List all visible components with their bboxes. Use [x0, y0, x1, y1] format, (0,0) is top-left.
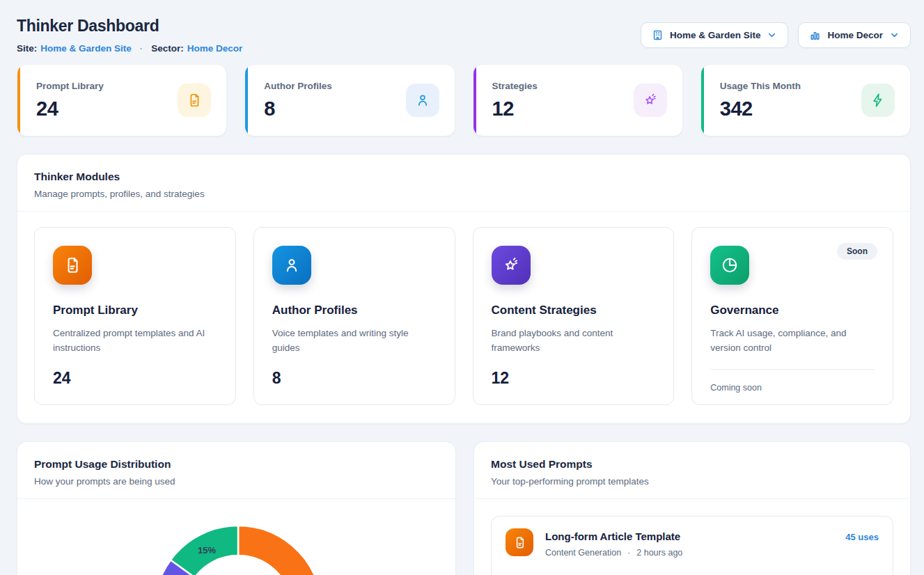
list-item[interactable]: Long-form Article Template Content Gener… [491, 516, 893, 575]
soon-badge: Soon [837, 243, 877, 260]
sector-selector-label: Home Decor [827, 30, 883, 40]
module-title: Content Strategies [492, 304, 656, 317]
stat-card-prompt-library: Prompt Library 24 [17, 64, 227, 136]
module-count: 12 [492, 369, 656, 388]
module-description: Brand playbooks and content frameworks [492, 326, 656, 356]
stat-text: Author Profiles 8 [264, 81, 332, 120]
module-description: Track AI usage, compliance, and version … [710, 326, 875, 356]
prompts-panel-subtitle: Your top-performing prompt templates [491, 476, 893, 487]
module-count: 8 [272, 369, 437, 388]
stat-value: 8 [264, 97, 332, 120]
stats-row: Prompt Library 24 Author Profiles 8 Stra… [17, 64, 911, 136]
sector-selector-button[interactable]: Home Decor [798, 22, 911, 48]
page-title: Thinker Dashboard [17, 17, 242, 36]
star-sparkle-icon [634, 84, 667, 117]
site-link[interactable]: Home & Garden Site [40, 43, 132, 54]
stat-value: 342 [720, 97, 801, 120]
module-description: Centralized prompt templates and AI inst… [53, 326, 217, 356]
stat-label: Author Profiles [264, 81, 332, 91]
donut-slice-orange[interactable] [238, 526, 322, 575]
module-card-governance[interactable]: Soon Governance Track AI usage, complian… [691, 227, 893, 405]
sector-label: Sector: [151, 43, 184, 54]
stat-value: 24 [36, 97, 104, 120]
prompt-list: Long-form Article Template Content Gener… [474, 499, 910, 575]
donut-chart-svg: 15% [17, 499, 455, 575]
dashboard-screen: Thinker Dashboard Site: Home & Garden Si… [0, 0, 924, 575]
usage-distribution-panel: Prompt Usage Distribution How your promp… [17, 441, 456, 575]
page-header: Thinker Dashboard Site: Home & Garden Si… [17, 17, 911, 54]
module-title: Author Profiles [272, 304, 437, 317]
prompt-item-meta: Content Generation · 2 hours ago [545, 548, 682, 558]
document-icon [53, 246, 92, 285]
donut-slice-label: 15% [198, 545, 216, 556]
user-icon [272, 246, 311, 285]
divider [710, 369, 875, 370]
bar-chart-icon [809, 29, 821, 41]
header-left: Thinker Dashboard Site: Home & Garden Si… [17, 17, 242, 54]
stat-text: Usage This Month 342 [720, 81, 801, 120]
stat-label: Strategies [492, 81, 538, 91]
stat-text: Prompt Library 24 [36, 81, 104, 120]
dot-separator: · [627, 548, 630, 558]
modules-grid: Prompt Library Centralized prompt templa… [17, 212, 910, 423]
stat-text: Strategies 12 [492, 81, 538, 120]
prompt-item-text: Long-form Article Template Content Gener… [545, 528, 682, 575]
building-icon [652, 29, 664, 41]
most-used-prompts-panel: Most Used Prompts Your top-performing pr… [473, 441, 911, 575]
prompt-item-title: Long-form Article Template [545, 530, 682, 542]
bottom-row: Prompt Usage Distribution How your promp… [17, 441, 911, 575]
document-icon [506, 528, 533, 556]
donut-chart: 15% [17, 499, 455, 575]
stat-card-author-profiles: Author Profiles 8 [244, 64, 455, 136]
usage-panel-title: Prompt Usage Distribution [34, 458, 439, 471]
module-card-prompt-library[interactable]: Prompt Library Centralized prompt templa… [34, 227, 236, 405]
bolt-icon [861, 84, 895, 117]
modules-subtitle: Manage prompts, profiles, and strategies [34, 189, 893, 199]
stat-card-usage: Usage This Month 342 [700, 64, 911, 136]
module-title: Prompt Library [53, 304, 217, 317]
chevron-down-icon [767, 30, 777, 40]
site-selector-button[interactable]: Home & Garden Site [641, 22, 789, 48]
module-title: Governance [710, 304, 875, 317]
module-description: Voice templates and writing style guides [272, 326, 437, 356]
prompt-item-uses-badge: 45 uses [845, 532, 879, 575]
modules-title: Thinker Modules [34, 171, 893, 183]
stat-label: Usage This Month [720, 81, 801, 91]
prompt-item-time: 2 hours ago [636, 548, 682, 558]
header-actions: Home & Garden Site Home Decor [641, 22, 911, 48]
module-card-author-profiles[interactable]: Author Profiles Voice templates and writ… [253, 227, 455, 405]
document-icon [178, 84, 211, 117]
modules-panel: Thinker Modules Manage prompts, profiles… [17, 154, 911, 424]
site-label: Site: [17, 43, 37, 54]
usage-panel-subtitle: How your prompts are being used [34, 476, 439, 487]
breadcrumb: Site: Home & Garden Site · Sector: Home … [17, 43, 242, 54]
module-card-content-strategies[interactable]: Content Strategies Brand playbooks and c… [473, 227, 675, 405]
module-count: 24 [53, 369, 217, 388]
pie-chart-icon [710, 246, 749, 285]
user-icon [406, 84, 439, 117]
chevron-down-icon [889, 30, 900, 40]
modules-header: Thinker Modules Manage prompts, profiles… [17, 155, 910, 211]
usage-panel-header: Prompt Usage Distribution How your promp… [17, 442, 455, 498]
site-selector-label: Home & Garden Site [670, 30, 761, 40]
stat-value: 12 [492, 97, 538, 120]
dot-separator: · [140, 43, 143, 54]
stat-card-strategies: Strategies 12 [473, 64, 683, 136]
prompts-panel-header: Most Used Prompts Your top-performing pr… [474, 442, 910, 498]
stat-label: Prompt Library [36, 81, 104, 91]
star-sparkle-icon [492, 246, 531, 285]
prompt-item-category: Content Generation [545, 548, 621, 558]
prompts-panel-title: Most Used Prompts [491, 458, 893, 471]
sector-link[interactable]: Home Decor [187, 43, 243, 54]
coming-soon-text: Coming soon [710, 383, 875, 393]
